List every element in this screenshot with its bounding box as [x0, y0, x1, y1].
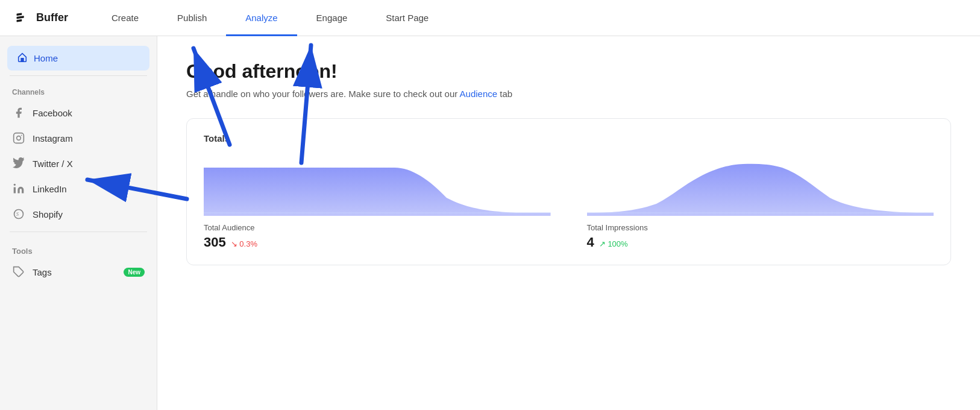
audience-change: ↘ 0.3% — [231, 239, 257, 248]
svg-rect-4 — [14, 133, 24, 144]
audience-link[interactable]: Audience — [460, 89, 498, 99]
home-icon — [17, 52, 28, 65]
sidebar-item-twitter[interactable]: Twitter / X — [0, 151, 157, 176]
audience-value: 305 — [204, 235, 226, 250]
metrics-row: Total Audience 305 ↘ 0.3% — [204, 156, 934, 250]
svg-point-5 — [17, 136, 21, 140]
buffer-logo-icon — [14, 10, 31, 27]
nav-item-engage[interactable]: Engage — [297, 0, 367, 36]
tools-section-label: Tools — [0, 237, 157, 259]
channels-section-label: Channels — [0, 81, 157, 100]
svg-rect-3 — [20, 58, 24, 62]
sidebar-item-facebook[interactable]: Facebook — [0, 100, 157, 125]
subtitle-suffix: tab — [497, 89, 512, 99]
shopify-label: Shopify — [33, 209, 63, 219]
audience-chart — [204, 156, 551, 216]
svg-rect-1 — [17, 16, 24, 19]
page-layout: Home Channels Facebook Instagram — [0, 36, 980, 410]
impressions-metric-name: Total Impressions — [587, 223, 934, 232]
subtitle-prefix: Get a handle on who your followers are. … — [186, 89, 460, 99]
instagram-label: Instagram — [33, 133, 73, 144]
twitter-icon — [12, 157, 25, 170]
linkedin-icon — [12, 182, 25, 195]
audience-chart-svg — [204, 156, 551, 216]
svg-point-7 — [14, 184, 16, 186]
impressions-change: ↗ 100% — [599, 239, 628, 248]
audience-metric-name: Total Audience — [204, 223, 551, 232]
totals-card: Totals — [186, 118, 951, 265]
logo-text: Buffer — [36, 11, 68, 24]
twitter-label: Twitter / X — [33, 159, 73, 169]
totals-label: Totals — [204, 133, 934, 144]
nav-item-publish[interactable]: Publish — [158, 0, 226, 36]
facebook-label: Facebook — [33, 108, 72, 118]
sidebar-item-tags[interactable]: Tags New — [0, 259, 157, 285]
nav-item-create[interactable]: Create — [92, 0, 158, 36]
up-arrow-icon: ↗ — [599, 239, 606, 248]
sidebar-item-linkedin[interactable]: LinkedIn — [0, 176, 157, 201]
down-arrow-icon: ↘ — [231, 239, 237, 248]
sidebar-home-item[interactable]: Home — [7, 46, 149, 71]
logo[interactable]: Buffer — [14, 10, 68, 27]
main-content: Good afternoon! Get a handle on who your… — [157, 36, 980, 410]
sidebar-item-shopify[interactable]: S Shopify — [0, 201, 157, 227]
svg-text:S: S — [16, 212, 19, 217]
sidebar-home-label: Home — [34, 53, 58, 63]
tags-new-badge: New — [124, 268, 145, 277]
instagram-icon — [12, 131, 25, 145]
facebook-icon — [12, 106, 25, 119]
svg-rect-2 — [17, 19, 22, 22]
shopify-icon: S — [12, 207, 25, 221]
sidebar-divider-1 — [10, 75, 147, 76]
greeting-heading: Good afternoon! — [186, 60, 951, 83]
nav-items: Create Publish Analyze Engage Start Page — [92, 0, 448, 36]
tags-icon — [12, 265, 25, 279]
tags-label: Tags — [33, 267, 52, 277]
svg-point-6 — [21, 135, 22, 136]
top-navigation: Buffer Create Publish Analyze Engage Sta… — [0, 0, 980, 36]
sidebar-item-instagram[interactable]: Instagram — [0, 125, 157, 151]
nav-item-start-page[interactable]: Start Page — [366, 0, 448, 36]
impressions-chart-svg — [587, 156, 934, 216]
metric-total-audience: Total Audience 305 ↘ 0.3% — [204, 156, 551, 250]
subtitle-text: Get a handle on who your followers are. … — [186, 89, 951, 99]
audience-value-row: 305 ↘ 0.3% — [204, 235, 551, 250]
svg-rect-0 — [17, 13, 22, 16]
sidebar-divider-2 — [10, 232, 147, 232]
impressions-value: 4 — [587, 235, 594, 250]
nav-item-analyze[interactable]: Analyze — [226, 0, 297, 36]
linkedin-label: LinkedIn — [33, 184, 67, 194]
sidebar: Home Channels Facebook Instagram — [0, 36, 157, 410]
impressions-value-row: 4 ↗ 100% — [587, 235, 934, 250]
impressions-chart — [587, 156, 934, 216]
metric-total-impressions: Total Impressions 4 ↗ 100% — [587, 156, 934, 250]
